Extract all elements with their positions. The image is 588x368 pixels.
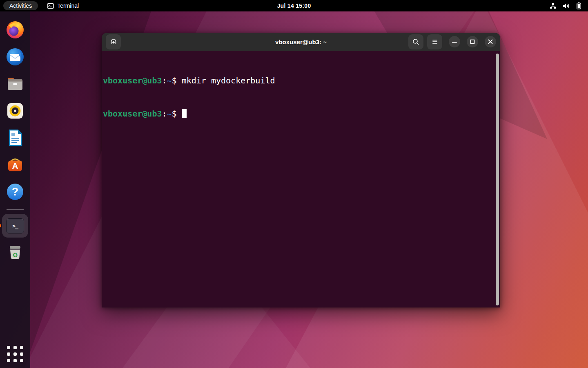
dock-divider [7,209,24,210]
dock-item-files[interactable] [2,72,28,96]
svg-text:?: ? [12,186,19,198]
window-title: vboxuser@ub3: ~ [275,38,327,45]
focused-app-menu[interactable]: Terminal [47,2,79,9]
clock-button[interactable]: Jul 14 15:00 [277,0,311,11]
terminal-scrollbar[interactable] [496,54,499,305]
terminal-line: vboxuser@ub3:~$ [103,108,494,119]
menu-button[interactable] [427,34,442,49]
command-text: mkdir mydockerbuild [182,76,275,85]
network-wired-icon [550,3,557,9]
headerbar[interactable]: vboxuser@ub3: ~ [102,33,500,51]
firefox-icon [5,20,25,40]
show-applications-button[interactable] [7,346,23,362]
prompt-path: ~ [167,109,172,119]
desktop: Activities Terminal Jul 14 15:00 [0,0,588,368]
close-button[interactable] [485,36,496,47]
search-button[interactable] [408,34,423,49]
volume-icon [563,3,570,9]
prompt-path: ~ [167,76,172,85]
svg-text:A: A [12,161,18,171]
activities-button[interactable]: Activities [3,1,38,10]
dock-item-terminal[interactable]: >_ [2,214,28,238]
terminal-icon: >_ [6,218,24,233]
dock-item-rhythmbox[interactable] [2,99,28,123]
dock-item-help[interactable]: ? [2,180,28,204]
libreoffice-writer-icon [5,128,25,148]
dock-item-trash[interactable]: ♻ [2,241,28,265]
prompt-separator: : [162,76,167,85]
minimize-button[interactable] [449,36,460,47]
files-folder-icon [5,74,25,94]
dock: A ? >_ [0,11,30,368]
maximize-button[interactable] [467,36,478,47]
focused-app-label: Terminal [57,2,79,9]
prompt-symbol: $ [172,76,182,85]
terminal-app-icon [47,3,54,9]
system-tray[interactable] [550,2,588,9]
terminal-content[interactable]: vboxuser@ub3:~$ mkdir mydockerbuild vbox… [102,51,500,307]
prompt-symbol: $ [172,109,182,119]
prompt-separator: : [162,109,167,119]
prompt-user-host: vboxuser@ub3 [103,109,162,119]
terminal-window: vboxuser@ub3: ~ [102,33,500,307]
new-tab-button[interactable] [106,34,121,49]
svg-text:♻: ♻ [12,251,18,259]
dock-item-libreoffice-writer[interactable] [2,126,28,150]
dock-item-firefox[interactable] [2,18,28,42]
help-icon: ? [5,182,25,202]
thunderbird-icon [5,47,25,67]
rhythmbox-icon [5,101,25,121]
dock-item-ubuntu-software[interactable]: A [2,153,28,177]
dock-item-thunderbird[interactable] [2,45,28,69]
top-bar: Activities Terminal Jul 14 15:00 [0,0,588,11]
terminal-cursor [182,109,187,118]
ubuntu-software-icon: A [5,155,25,175]
prompt-user-host: vboxuser@ub3 [103,76,162,85]
terminal-line: vboxuser@ub3:~$ mkdir mydockerbuild [103,75,494,86]
battery-icon [576,2,581,9]
trash-icon: ♻ [5,243,25,263]
